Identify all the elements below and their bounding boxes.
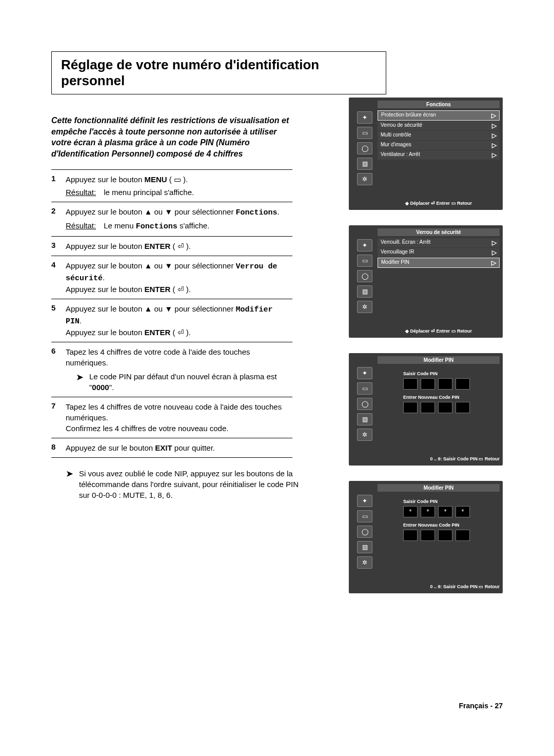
osd-item[interactable]: Modifier PIN▷ [378,258,500,268]
text: ". [109,383,114,392]
step-number: 5 [51,303,66,338]
text: . [278,207,280,216]
setup-icon: ▧ [357,413,372,425]
step: 7 Tapez les 4 chiffres de votre nouveau … [51,397,292,438]
text: Appuyez sur le bouton [66,242,144,250]
pin-row [403,402,470,413]
chevron-right-icon: ▷ [491,259,496,266]
osd-item-label: Mur d'images [381,142,411,149]
result-text: le menu principal s'affiche. [104,188,194,197]
osd-item[interactable]: Mur d'images▷ [378,141,500,150]
text: Appuyez de sur le bouton [66,443,155,452]
function-icon: ✲ [357,173,372,185]
text: ( ⏎ ). [170,242,191,250]
text: Confirmez les 4 chiffres de votre nouvea… [66,424,228,433]
pin-digit[interactable] [403,530,418,541]
text: Tapez les 4 chiffres de votre nouveau co… [66,402,282,422]
nouveau-label: Entrer Nouveau Code PIN [403,395,470,400]
step-body: Appuyez sur le bouton ENTER ( ⏎ ). [66,241,292,251]
osd-item[interactable]: Multi contrôle▷ [378,131,500,140]
bold: ENTER [144,328,170,337]
pin-digit[interactable] [403,378,418,390]
osd-modifier-pin-blank: Modifier PIN ✦ ▭ ◯ ▧ ✲ Saisir Code PIN [349,353,503,466]
osd-item[interactable]: Protection brûlure écran▷ [378,110,500,121]
bold: EXIT [155,443,172,452]
osd-item[interactable]: Verrouillage IR▷ [378,248,500,257]
text: ( ▭ ). [167,175,188,184]
text: ( ⏎ ). [170,285,191,294]
pin-digit[interactable] [438,530,452,541]
text: s'affiche. [177,221,210,230]
osd-icon-column: ✦ ▭ ◯ ▧ ✲ [352,366,378,441]
page-title-box: Réglage de votre numéro d'identification… [51,51,386,94]
osd-icon-column: ✦ ▭ ◯ ▧ ✲ [352,494,378,569]
note-arrow-icon: ➤ [66,468,79,500]
bold: Fonctions [136,222,177,231]
osd-item-label: Multi contrôle [381,132,411,139]
sound-icon: ▭ [357,127,372,139]
pin-digit[interactable] [421,402,435,413]
result-label: Résultat: [66,220,102,231]
osd-item[interactable]: Verrouill. Écran : Arrêt▷ [378,238,500,247]
osd-item[interactable]: Ventilateur : Arrêt▷ [378,150,500,160]
step-body: Appuyez sur le bouton ▲ ou ▼ pour sélect… [66,303,292,338]
step-body: Tapez les 4 chiffres de votre nouveau co… [66,401,292,434]
pin-digit[interactable] [403,402,418,413]
picture-icon: ✦ [357,111,372,124]
nouveau-label: Entrer Nouveau Code PIN [403,522,470,528]
pin-digit[interactable] [456,402,470,413]
footnote: ➤ Si vous avez oublié le code NIP, appuy… [51,468,307,500]
bold: ENTER [144,242,170,250]
chevron-right-icon: ▷ [492,151,497,159]
text: . [103,273,105,282]
step-body: Tapez les 4 chiffres de votre code à l'a… [66,346,292,393]
pin-digit[interactable] [456,530,470,541]
page-title: Réglage de votre numéro d'identification… [61,57,377,89]
osd-item[interactable]: Verrou de sécurité▷ [378,121,500,130]
pin-area: Saisir Code PIN * * * * Entrer Nouveau C… [403,494,470,569]
pin-digit[interactable]: * [438,506,452,517]
picture-icon: ✦ [357,239,372,251]
clock-icon: ◯ [357,270,372,282]
chevron-right-icon: ▷ [492,132,497,139]
setup-icon: ▧ [357,158,372,170]
step: 3 Appuyez sur le bouton ENTER ( ⏎ ). [51,236,292,256]
sound-icon: ▭ [357,382,372,395]
osd-list: Protection brûlure écran▷ Verrou de sécu… [378,110,500,185]
chevron-right-icon: ▷ [492,249,497,256]
pin-digit[interactable] [456,378,470,390]
steps-list: 1 Appuyez sur le bouton MENU ( ▭ ). Résu… [51,169,292,458]
pin-digit[interactable]: * [403,506,418,517]
osd-title: Fonctions [378,101,500,108]
note-arrow-icon: ➤ [76,371,89,393]
osd-verrou: Verrou de sécurité ✦ ▭ ◯ ▧ ✲ Verrouill. … [349,225,503,338]
pin-digit[interactable] [438,402,452,413]
osd-icon-column: ✦ ▭ ◯ ▧ ✲ [352,110,378,185]
pin-digit[interactable] [421,378,435,390]
page-number: Français - 27 [459,702,503,710]
result-label: Résultat: [66,187,102,198]
function-icon: ✲ [357,429,372,441]
osd-fonctions: Fonctions ✦ ▭ ◯ ▧ ✲ Protection brûlure é… [349,98,503,210]
page: Réglage de votre numéro d'identification… [0,0,554,756]
step: 1 Appuyez sur le bouton MENU ( ▭ ). Résu… [51,169,292,202]
step-number: 6 [51,346,66,393]
step-number: 2 [51,206,66,232]
pin-row: * * * * [403,506,470,517]
osd-list: Verrouill. Écran : Arrêt▷ Verrouillage I… [378,238,500,313]
step: 4 Appuyez sur le bouton ▲ ou ▼ pour séle… [51,256,292,299]
osd-footer: 0 .. 9: Saisir Code PIN ▭ Retour [378,456,500,461]
osd-footer: 0 .. 9: Saisir Code PIN ▭ Retour [378,584,500,589]
text: Appuyez sur le bouton [66,328,144,337]
osd-item-label: Verrouillage IR [381,249,414,256]
osd-item-label: Protection brûlure écran [381,112,436,119]
text: . [80,316,82,325]
pin-digit[interactable] [438,378,452,390]
pin-digit[interactable]: * [456,506,470,517]
sound-icon: ▭ [357,255,372,267]
pin-row [403,530,470,541]
pin-digit[interactable]: * [421,506,435,517]
picture-icon: ✦ [357,367,372,379]
osd-footer: ◆ Déplacer ⏎ Entrer ▭ Retour [378,328,500,334]
pin-digit[interactable] [421,530,435,541]
